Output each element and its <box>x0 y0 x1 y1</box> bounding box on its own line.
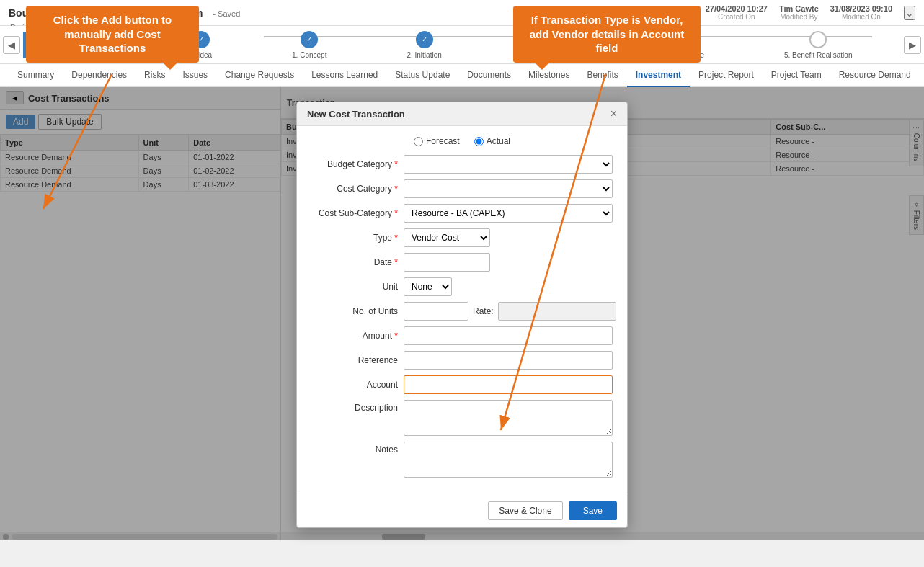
forecast-radio-label[interactable]: Forecast <box>414 136 460 146</box>
amount-label: Amount * <box>311 331 398 341</box>
tab-project-team[interactable]: Project Team <box>763 64 830 87</box>
notes-row: Notes <box>311 442 613 478</box>
account-label: Account <box>311 380 398 390</box>
type-select[interactable]: Vendor Cost Resource Demand Internal Cos… <box>404 228 490 247</box>
forecast-radio[interactable] <box>414 137 423 146</box>
main-content: ◄ Cost Transactions Add Bulk Update Type… <box>0 87 924 540</box>
save-button[interactable]: Save <box>569 501 617 520</box>
header-expand-button[interactable]: ⌄ <box>904 6 915 20</box>
modified-by-value: Tim Cawte <box>779 4 819 13</box>
date-row: Date * <box>311 253 613 272</box>
tooltip-vendor-account: If Transaction Type is Vendor, add Vendo… <box>513 6 701 63</box>
tab-snapshots[interactable]: Snapshots <box>920 64 924 87</box>
amount-row: Amount * <box>311 326 613 345</box>
amount-input[interactable] <box>404 326 613 345</box>
created-on-value: 27/04/2020 10:27 <box>706 4 768 13</box>
forecast-actual-row: Forecast Actual <box>311 136 613 146</box>
modal-overlay: New Cost Transaction × Forecast Actual <box>0 87 924 540</box>
stage-label-5: 5. Benefit Realisation <box>784 51 853 59</box>
tooltip-add-text: Click the Add button to manually add Cos… <box>53 14 172 54</box>
tab-dependencies[interactable]: Dependencies <box>63 64 136 87</box>
actual-label: Actual <box>487 136 510 146</box>
modified-on-value: 31/08/2023 09:10 <box>830 4 892 13</box>
rate-input[interactable] <box>498 302 616 321</box>
new-cost-transaction-modal: New Cost Transaction × Forecast Actual <box>296 102 628 528</box>
cost-category-select[interactable] <box>404 179 613 198</box>
modified-by-label: Modified By <box>779 13 819 21</box>
tab-benefits[interactable]: Benefits <box>578 64 626 87</box>
modal-header: New Cost Transaction × <box>297 102 627 126</box>
unit-select[interactable]: None Days Hours <box>404 277 452 296</box>
notes-label: Notes <box>311 445 398 455</box>
forecast-label: Forecast <box>426 136 460 146</box>
reference-input[interactable] <box>404 351 613 370</box>
cost-sub-category-label: Cost Sub-Category * <box>311 208 398 218</box>
actual-radio[interactable] <box>474 137 484 146</box>
budget-category-select[interactable] <box>404 155 613 174</box>
unit-row: Unit None Days Hours <box>311 277 613 296</box>
description-textarea[interactable] <box>404 400 613 436</box>
modified-on-group: 31/08/2023 09:10 Modified On <box>830 4 892 21</box>
tab-lessons-learned[interactable]: Lessons Learned <box>303 64 386 87</box>
tooltip-vendor-text: If Transaction Type is Vendor, add Vendo… <box>530 14 684 54</box>
actual-radio-label[interactable]: Actual <box>474 136 510 146</box>
unit-label: Unit <box>311 282 398 292</box>
tab-documents[interactable]: Documents <box>458 64 520 87</box>
cost-category-label: Cost Category * <box>311 184 398 194</box>
tab-issues[interactable]: Issues <box>174 64 216 87</box>
stage-circle-2: ✓ <box>416 31 433 48</box>
reference-label: Reference <box>311 355 398 365</box>
stage-1[interactable]: ✓ 1. Concept <box>292 31 326 59</box>
account-row: Account <box>311 375 613 394</box>
stage-nav-next[interactable]: ▶ <box>904 36 921 54</box>
budget-category-label: Budget Category * <box>311 159 398 169</box>
stage-5[interactable]: 5. Benefit Realisation <box>784 31 853 59</box>
modified-on-label: Modified On <box>830 13 892 21</box>
notes-textarea[interactable] <box>404 442 613 478</box>
stage-nav-prev[interactable]: ◀ <box>3 36 20 54</box>
tooltip-add-button: Click the Add button to manually add Cos… <box>26 6 199 63</box>
tab-project-report[interactable]: Project Report <box>690 64 763 87</box>
budget-category-row: Budget Category * <box>311 155 613 174</box>
tab-summary[interactable]: Summary <box>9 64 63 87</box>
modal-footer: Save & Clone Save <box>297 494 627 527</box>
reference-row: Reference <box>311 351 613 370</box>
no-of-units-label: No. of Units <box>311 306 398 316</box>
description-row: Description <box>311 400 613 436</box>
type-row: Type * Vendor Cost Resource Demand Inter… <box>311 228 613 247</box>
stage-circle-1: ✓ <box>301 31 318 48</box>
type-label: Type * <box>311 233 398 243</box>
units-rate-row: No. of Units Rate: <box>311 302 613 321</box>
stage-label-1: 1. Concept <box>292 51 326 59</box>
nav-tabs: Summary Dependencies Risks Issues Change… <box>0 64 924 87</box>
no-of-units-input[interactable] <box>404 302 468 321</box>
account-input[interactable] <box>404 375 613 394</box>
tab-resource-demand[interactable]: Resource Demand <box>830 64 920 87</box>
created-on-label: Created On <box>706 13 768 21</box>
stage-label-2: 2. Initiation <box>407 51 441 59</box>
tab-investment[interactable]: Investment <box>627 64 690 87</box>
units-rate-inline: Rate: <box>404 302 616 321</box>
cost-sub-category-select[interactable]: Resource - BA (CAPEX) <box>404 204 613 223</box>
modal-close-button[interactable]: × <box>610 108 617 120</box>
created-on-group: 27/04/2020 10:27 Created On <box>706 4 768 21</box>
rate-label: Rate: <box>473 306 494 316</box>
tab-status-update[interactable]: Status Update <box>386 64 458 87</box>
cost-category-row: Cost Category * <box>311 179 613 198</box>
date-input[interactable] <box>404 253 490 272</box>
stage-2[interactable]: ✓ 2. Initiation <box>407 31 441 59</box>
saved-status: - Saved <box>213 9 240 18</box>
modified-by-group: Tim Cawte Modified By <box>779 4 819 21</box>
tab-change-requests[interactable]: Change Requests <box>216 64 303 87</box>
description-label: Description <box>311 403 398 413</box>
stage-circle-5 <box>809 31 827 48</box>
modal-body: Forecast Actual Budget Category * <box>297 126 627 494</box>
modal-title: New Cost Transaction <box>307 109 405 120</box>
date-label: Date * <box>311 257 398 267</box>
cost-sub-category-row: Cost Sub-Category * Resource - BA (CAPEX… <box>311 204 613 223</box>
save-clone-button[interactable]: Save & Clone <box>488 501 562 520</box>
